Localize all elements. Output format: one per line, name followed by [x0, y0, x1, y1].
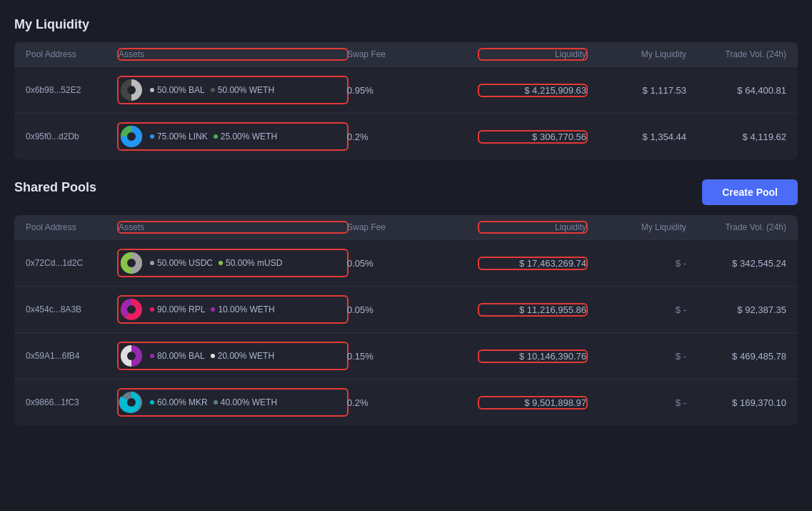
asset-dot-2 [211, 88, 215, 92]
shared-pools-header-row: Shared Pools Create Pool [14, 179, 798, 205]
asset-tags: 80.00% BAL 20.00% WETH [150, 351, 274, 361]
trade-vol: $ 342,545.24 [686, 258, 786, 269]
col-trade-vol: Trade Vol. (24h) [686, 222, 786, 232]
col-swap-fee: Swap Fee [347, 222, 479, 232]
asset-tag-2: 50.00% mUSD [219, 258, 282, 268]
asset-dot-2 [211, 307, 215, 312]
pie-chart [119, 390, 144, 415]
asset-tag-2: 25.00% WETH [214, 132, 277, 142]
table-row[interactable]: 0x454c...8A3B 90.00% RPL 10.00% WETH 0.0… [14, 286, 798, 332]
my-liquidity-table: Pool Address Assets Swap Fee Liquidity M… [14, 42, 798, 159]
asset-tag-2: 50.00% WETH [211, 85, 274, 95]
asset-tag-1: 90.00% RPL [150, 304, 205, 314]
asset-tag-1: 80.00% BAL [150, 351, 205, 361]
shared-pools-table: Pool Address Assets Swap Fee Liquidity M… [14, 215, 798, 425]
asset-dot [150, 400, 154, 405]
asset-tag-2: 40.00% WETH [214, 397, 277, 407]
trade-vol: $ 469,485.78 [686, 351, 786, 362]
asset-tags: 75.00% LINK 25.00% WETH [150, 132, 277, 142]
asset-dot [150, 354, 154, 358]
asset-dot-2 [214, 134, 218, 139]
asset-tag-1: 75.00% LINK [150, 132, 208, 142]
assets-cell: 90.00% RPL 10.00% WETH [119, 297, 347, 322]
swap-fee: 0.15% [347, 351, 479, 362]
col-pool-address: Pool Address [26, 222, 119, 232]
pie-chart [119, 77, 144, 103]
asset-tags: 90.00% RPL 10.00% WETH [150, 304, 275, 314]
pool-address: 0x95f0...d2Db [26, 132, 119, 142]
asset-tag-1: 50.00% BAL [150, 85, 205, 95]
create-pool-button[interactable]: Create Pool [702, 179, 798, 205]
liquidity: $ 11,216,955.86 [479, 304, 586, 315]
asset-tags: 50.00% USDC 50.00% mUSD [150, 258, 282, 268]
col-swap-fee: Swap Fee [347, 49, 479, 59]
svg-point-11 [127, 398, 136, 407]
pool-address: 0x59A1...6fB4 [26, 351, 119, 361]
liquidity: $ 10,146,390.76 [479, 351, 586, 362]
trade-vol: $ 92,387.35 [686, 304, 786, 315]
col-pool-address: Pool Address [26, 49, 119, 59]
swap-fee: 0.95% [347, 85, 479, 96]
liquidity: $ 9,501,898.97 [479, 397, 586, 408]
svg-point-7 [127, 305, 136, 314]
my-liquidity: $ - [586, 304, 686, 315]
asset-tag-1: 60.00% MKR [150, 397, 208, 407]
table-row[interactable]: 0x95f0...d2Db 75.00% LINK 25.00% WETH [14, 113, 798, 159]
col-my-liquidity: My Liquidity [586, 222, 686, 232]
asset-dot [150, 261, 154, 265]
asset-tag-2: 20.00% WETH [211, 351, 274, 361]
asset-tag-2: 10.00% WETH [211, 304, 274, 314]
col-assets: Assets [119, 222, 347, 232]
shared-pools-table-header: Pool Address Assets Swap Fee Liquidity M… [14, 215, 798, 239]
assets-cell: 60.00% MKR 40.00% WETH [119, 390, 347, 415]
asset-dot [150, 88, 154, 92]
swap-fee: 0.2% [347, 132, 479, 142]
trade-vol: $ 4,119.62 [686, 132, 786, 142]
svg-point-1 [127, 86, 136, 94]
trade-vol: $ 64,400.81 [686, 85, 786, 96]
shared-pools-title: Shared Pools [14, 180, 96, 195]
trade-vol: $ 169,370.10 [686, 397, 786, 408]
asset-tags: 50.00% BAL 50.00% WETH [150, 85, 274, 95]
swap-fee: 0.2% [347, 397, 479, 408]
asset-dot-2 [219, 261, 223, 265]
col-liquidity: Liquidity [479, 49, 586, 59]
pool-address: 0x454c...8A3B [26, 304, 119, 314]
asset-tags: 60.00% MKR 40.00% WETH [150, 397, 277, 407]
my-liquidity: $ - [586, 351, 686, 362]
svg-point-3 [127, 132, 136, 141]
asset-dot [150, 307, 154, 312]
liquidity: $ 306,770.56 [479, 132, 586, 142]
my-liquidity-title: My Liquidity [14, 17, 798, 32]
pool-address: 0x72Cd...1d2C [26, 258, 119, 268]
pie-chart [119, 297, 144, 322]
assets-cell: 50.00% USDC 50.00% mUSD [119, 250, 347, 276]
assets-cell: 50.00% BAL 50.00% WETH [119, 77, 347, 103]
table-row[interactable]: 0x6b98...52E2 50.00% BAL 50.00% WETH 0.9… [14, 66, 798, 113]
asset-dot-2 [211, 354, 215, 358]
assets-cell: 75.00% LINK 25.00% WETH [119, 124, 347, 149]
svg-point-5 [127, 259, 136, 267]
col-trade-vol: Trade Vol. (24h) [686, 49, 786, 59]
my-liquidity: $ - [586, 258, 686, 269]
col-assets: Assets [119, 49, 347, 59]
svg-point-9 [127, 352, 136, 360]
table-row[interactable]: 0x9866...1fC3 60.00% MKR 40.00% WETH 0.2… [14, 379, 798, 425]
table-row[interactable]: 0x72Cd...1d2C 50.00% USDC 50.00% mUSD 0.… [14, 239, 798, 286]
pool-address: 0x9866...1fC3 [26, 397, 119, 407]
col-liquidity: Liquidity [479, 222, 586, 232]
swap-fee: 0.05% [347, 258, 479, 269]
asset-dot-2 [214, 400, 218, 405]
my-liquidity: $ 1,354.44 [586, 132, 686, 142]
my-liquidity-table-header: Pool Address Assets Swap Fee Liquidity M… [14, 42, 798, 66]
assets-cell: 80.00% BAL 20.00% WETH [119, 343, 347, 369]
liquidity: $ 17,463,269.74 [479, 258, 586, 269]
asset-tag-1: 50.00% USDC [150, 258, 213, 268]
pie-chart [119, 250, 144, 276]
my-liquidity: $ - [586, 397, 686, 408]
pool-address: 0x6b98...52E2 [26, 85, 119, 95]
swap-fee: 0.05% [347, 304, 479, 315]
table-row[interactable]: 0x59A1...6fB4 80.00% BAL 20.00% WETH [14, 332, 798, 379]
pie-chart [119, 343, 144, 369]
col-my-liquidity: My Liquidity [586, 49, 686, 59]
